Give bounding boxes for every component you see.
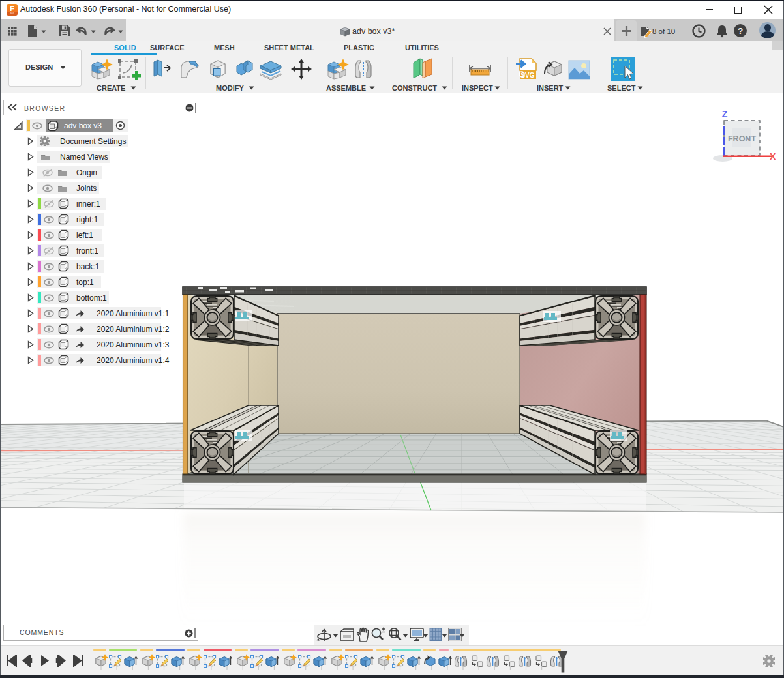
svg-text:SVG: SVG — [520, 72, 534, 79]
svg-text:FRONT: FRONT — [728, 134, 756, 143]
svg-text:X: X — [770, 151, 776, 162]
svg-text:Z: Z — [722, 109, 728, 119]
svg-text:?: ? — [738, 26, 743, 36]
